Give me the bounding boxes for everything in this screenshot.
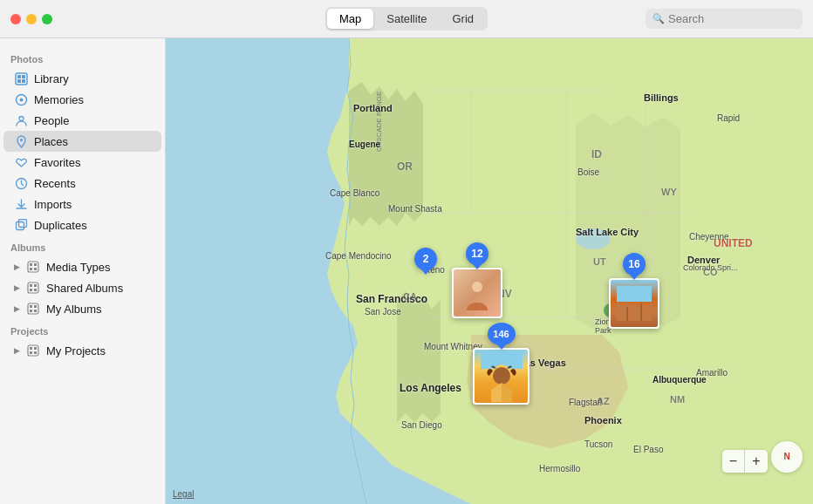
sidebar-item-recents[interactable]: Recents [3, 173, 161, 194]
svg-rect-10 [16, 221, 24, 229]
photo-thumb-16[interactable] [609, 278, 659, 329]
svg-point-47 [493, 367, 510, 385]
photo-thumb-12[interactable] [452, 268, 502, 318]
section-photos-label: Photos [0, 47, 165, 68]
svg-text:CASCADE RANGE: CASCADE RANGE [375, 92, 383, 152]
svg-rect-15 [30, 268, 32, 270]
sidebar-group-shared-albums[interactable]: ▶ Shared Albums [3, 277, 161, 298]
view-tabs: Map Satellite Grid [325, 7, 488, 31]
zoom-out-button[interactable]: − [722, 450, 745, 473]
map-pin-2[interactable]: 2 [414, 248, 437, 270]
people-icon [14, 113, 28, 127]
sidebar-item-people[interactable]: People [3, 110, 161, 131]
recents-icon [14, 176, 28, 190]
svg-rect-31 [34, 351, 37, 354]
main-content: Photos Library Memories [0, 38, 813, 504]
map-pin-146[interactable]: 146 [473, 323, 529, 405]
svg-rect-3 [17, 79, 21, 83]
zoom-in-button[interactable]: + [745, 450, 768, 473]
places-icon [14, 134, 28, 148]
svg-rect-26 [34, 310, 37, 312]
my-albums-icon [26, 302, 40, 316]
memories-label: Memories [34, 93, 84, 106]
section-albums-label: Albums [0, 235, 165, 256]
svg-rect-12 [28, 262, 38, 272]
map-pin-12[interactable]: 12 [452, 242, 502, 318]
imports-icon [14, 197, 28, 211]
my-albums-label: My Albums [46, 303, 102, 316]
svg-rect-2 [22, 75, 25, 78]
compass-north: N [783, 453, 789, 461]
sidebar-group-my-projects[interactable]: ▶ My Projects [3, 340, 161, 361]
svg-rect-29 [34, 347, 37, 350]
svg-rect-24 [34, 305, 37, 308]
svg-rect-27 [28, 345, 38, 356]
map-pin-16[interactable]: 16 [609, 253, 659, 329]
compass: N [771, 441, 803, 473]
duplicates-icon [14, 218, 28, 232]
sidebar-item-favorites[interactable]: Favorites [3, 152, 161, 173]
photo-thumb-146[interactable] [473, 348, 529, 405]
svg-rect-23 [30, 305, 32, 308]
svg-rect-21 [34, 289, 37, 291]
library-label: Library [34, 72, 69, 85]
my-projects-icon [26, 344, 40, 358]
media-types-label: Media Types [46, 261, 110, 274]
chevron-my-projects-icon: ▶ [14, 346, 20, 355]
close-button[interactable] [10, 14, 21, 24]
duplicates-label: Duplicates [34, 219, 87, 232]
pin-bubble-12[interactable]: 12 [466, 242, 488, 265]
svg-rect-17 [28, 283, 38, 293]
pin-bubble-16[interactable]: 16 [623, 253, 646, 276]
sidebar-item-duplicates[interactable]: Duplicates [3, 215, 161, 235]
svg-rect-1 [17, 75, 21, 78]
section-projects-label: Projects [0, 319, 165, 340]
search-input[interactable] [668, 12, 796, 25]
svg-point-8 [20, 139, 23, 141]
svg-point-6 [19, 98, 23, 101]
svg-rect-25 [30, 310, 32, 312]
shared-albums-icon [26, 281, 40, 295]
svg-rect-28 [30, 347, 32, 350]
pin-bubble-2[interactable]: 2 [414, 248, 437, 270]
sidebar-item-places[interactable]: Places [3, 131, 161, 152]
tab-map[interactable]: Map [327, 9, 373, 29]
map-area[interactable]: CASCADE RANGE Portland Eugene Cape Blanc… [166, 38, 813, 504]
people-label: People [34, 114, 69, 127]
tab-grid[interactable]: Grid [440, 9, 486, 29]
traffic-lights [10, 14, 52, 24]
tab-satellite[interactable]: Satellite [374, 9, 439, 29]
shared-albums-label: Shared Albums [46, 282, 123, 295]
map-legal-link[interactable]: Legal [173, 489, 194, 499]
media-types-icon [26, 260, 40, 274]
svg-rect-20 [30, 289, 32, 291]
svg-rect-0 [16, 73, 27, 85]
svg-rect-30 [30, 351, 32, 354]
library-icon [14, 72, 28, 85]
search-box[interactable]: 🔍 [646, 9, 803, 29]
svg-point-7 [19, 116, 24, 120]
svg-point-44 [472, 282, 482, 292]
imports-label: Imports [34, 198, 72, 211]
memories-icon [14, 92, 28, 106]
svg-point-33 [576, 228, 611, 249]
title-bar: Map Satellite Grid 🔍 [0, 0, 813, 38]
svg-rect-18 [30, 284, 32, 287]
sidebar-group-media-types[interactable]: ▶ Media Types [3, 256, 161, 277]
svg-rect-19 [34, 284, 37, 287]
sidebar-item-imports[interactable]: Imports [3, 194, 161, 215]
sidebar-item-memories[interactable]: Memories [3, 89, 161, 110]
chevron-shared-albums-icon: ▶ [14, 283, 20, 292]
pin-bubble-146[interactable]: 146 [488, 323, 516, 345]
zoom-controls: − + [722, 450, 768, 473]
minimize-button[interactable] [26, 14, 37, 24]
recents-label: Recents [34, 177, 76, 190]
chevron-media-types-icon: ▶ [14, 262, 20, 271]
svg-rect-13 [30, 263, 32, 266]
sidebar-group-my-albums[interactable]: ▶ My Albums [3, 298, 161, 319]
svg-rect-14 [34, 263, 37, 266]
maximize-button[interactable] [42, 14, 52, 24]
svg-rect-4 [22, 79, 25, 83]
svg-rect-16 [34, 268, 37, 270]
sidebar-item-library[interactable]: Library [3, 68, 161, 89]
